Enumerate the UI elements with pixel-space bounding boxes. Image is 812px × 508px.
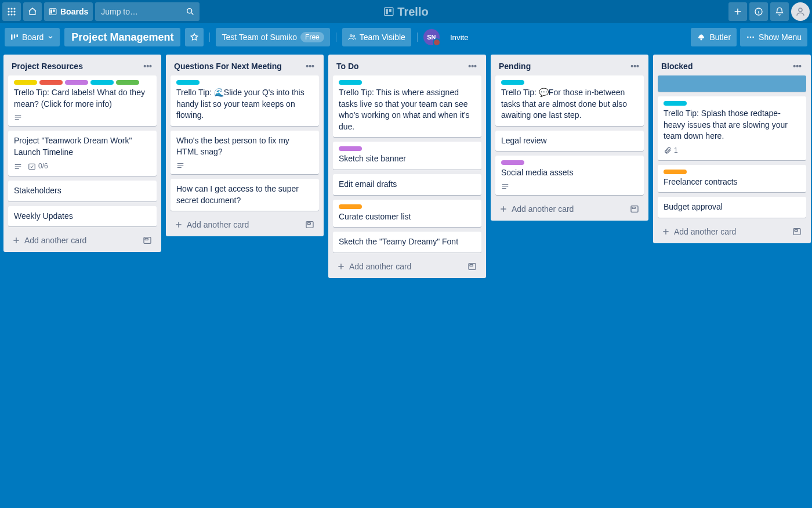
home-icon	[28, 7, 37, 16]
card[interactable]: Trello Tip: 💬For those in-between tasks …	[495, 75, 644, 126]
info-button[interactable]	[749, 2, 768, 21]
card-labels	[501, 160, 638, 165]
label-green[interactable]	[116, 80, 139, 85]
star-button[interactable]	[185, 28, 204, 46]
list-menu-button[interactable]: •••	[466, 60, 479, 72]
description-badge	[501, 182, 509, 190]
member-avatar[interactable]: SN	[423, 29, 440, 45]
label-red[interactable]	[39, 80, 63, 85]
card-text: Trello Tip: Splash those redtape-heavy i…	[664, 108, 800, 142]
user-avatar[interactable]	[791, 2, 810, 21]
template-button[interactable]	[629, 203, 640, 215]
svg-rect-11	[53, 10, 55, 12]
add-card-row: Add another card	[333, 257, 481, 273]
card-badges	[176, 161, 313, 170]
card[interactable]: Legal review	[495, 131, 644, 152]
add-card-row: Add another card	[658, 222, 806, 239]
add-card-button[interactable]: Add another card	[174, 220, 304, 229]
label-purple[interactable]	[501, 160, 524, 165]
boards-button[interactable]: Boards	[44, 2, 93, 21]
card[interactable]: How can I get access to the super secret…	[171, 179, 319, 211]
template-button[interactable]	[791, 226, 803, 237]
card[interactable]	[658, 75, 806, 92]
list-title[interactable]: To Do	[336, 62, 359, 71]
team-label: Test Team of Sumiko	[222, 33, 297, 42]
butler-button[interactable]: Butler	[691, 28, 737, 46]
card-text: Edit email drafts	[339, 179, 476, 190]
boards-label: Boards	[60, 7, 88, 16]
card[interactable]: Stakeholders	[8, 181, 157, 201]
label-purple[interactable]	[65, 80, 88, 85]
home-button[interactable]	[23, 2, 42, 21]
add-card-button[interactable]: Add another card	[12, 236, 142, 245]
label-orange[interactable]	[664, 170, 687, 174]
template-button[interactable]	[304, 219, 316, 230]
card[interactable]: Trello Tip: Splash those redtape-heavy i…	[658, 96, 806, 160]
card-text: Weekly Updates	[14, 211, 151, 222]
user-icon	[795, 6, 806, 17]
card[interactable]: Edit email drafts	[333, 174, 481, 195]
ellipsis-icon: •••	[630, 62, 639, 71]
card[interactable]: Project "Teamwork Dream Work" Launch Tim…	[8, 131, 157, 176]
search-container[interactable]	[95, 2, 200, 21]
add-card-button[interactable]: Add another card	[336, 262, 466, 271]
card[interactable]: Curate customer list	[333, 200, 481, 228]
list: Project Resources•••Trello Tip: Card lab…	[3, 55, 161, 252]
card[interactable]: Trello Tip: This is where assigned tasks…	[333, 75, 481, 137]
add-card-button[interactable]: Add another card	[499, 204, 629, 214]
card[interactable]: Trello Tip: 🌊Slide your Q's into this ha…	[171, 75, 319, 126]
svg-point-3	[8, 10, 9, 12]
description-badge	[14, 163, 22, 171]
card[interactable]: Budget approval	[658, 197, 806, 218]
list-menu-button[interactable]: •••	[141, 60, 154, 72]
card[interactable]: Who's the best person to fix my HTML sna…	[171, 131, 319, 174]
label-purple[interactable]	[339, 146, 362, 151]
search-icon	[186, 7, 195, 16]
list-title[interactable]: Project Resources	[12, 62, 83, 71]
list-menu-button[interactable]: •••	[303, 60, 317, 72]
list-menu-button[interactable]: •••	[791, 60, 804, 72]
template-button[interactable]	[466, 261, 478, 272]
svg-point-8	[13, 13, 15, 15]
board-title[interactable]: Project Management	[64, 28, 180, 46]
description-icon	[501, 182, 509, 190]
label-sky[interactable]	[501, 80, 524, 85]
label-sky[interactable]	[176, 80, 200, 85]
show-menu-button[interactable]: Show Menu	[740, 28, 807, 46]
search-input[interactable]	[95, 7, 200, 16]
card[interactable]: Sketch site banner	[333, 142, 481, 170]
label-sky[interactable]	[90, 80, 114, 85]
visibility-button[interactable]: Team Visible	[342, 28, 411, 46]
list-title[interactable]: Pending	[499, 62, 531, 71]
trello-logo[interactable]: Trello	[383, 5, 428, 19]
team-button[interactable]: Test Team of Sumiko Free	[216, 28, 329, 46]
card[interactable]: Freelancer contracts	[658, 165, 806, 193]
apps-button[interactable]	[2, 2, 21, 21]
svg-point-24	[747, 37, 749, 38]
notifications-button[interactable]	[770, 2, 789, 21]
card-labels	[664, 170, 800, 174]
card[interactable]: Weekly Updates	[8, 206, 157, 227]
list-title[interactable]: Questions For Next Meeting	[174, 62, 282, 71]
template-button[interactable]	[142, 235, 153, 246]
svg-point-12	[187, 9, 192, 13]
create-button[interactable]	[728, 2, 747, 21]
card-text: Curate customer list	[339, 211, 476, 223]
add-card-button[interactable]: Add another card	[661, 227, 791, 236]
top-right-group	[728, 2, 810, 21]
card[interactable]: Social media assets	[495, 156, 644, 195]
view-switcher[interactable]: Board	[5, 28, 60, 46]
star-icon	[190, 33, 199, 42]
card[interactable]: Sketch the "Teamy Dreamy" Font	[333, 232, 481, 253]
card-text: Social media assets	[501, 167, 638, 179]
invite-button[interactable]: Invite	[444, 28, 474, 46]
label-sky[interactable]	[339, 80, 362, 85]
svg-point-0	[8, 8, 9, 9]
label-sky[interactable]	[664, 101, 687, 106]
label-orange[interactable]	[339, 204, 362, 209]
list-menu-button[interactable]: •••	[628, 60, 641, 72]
card-text: Project "Teamwork Dream Work" Launch Tim…	[14, 135, 151, 158]
label-yellow[interactable]	[14, 80, 37, 85]
card[interactable]: Trello Tip: Card labels! What do they me…	[8, 75, 157, 126]
list-title[interactable]: Blocked	[661, 62, 693, 71]
